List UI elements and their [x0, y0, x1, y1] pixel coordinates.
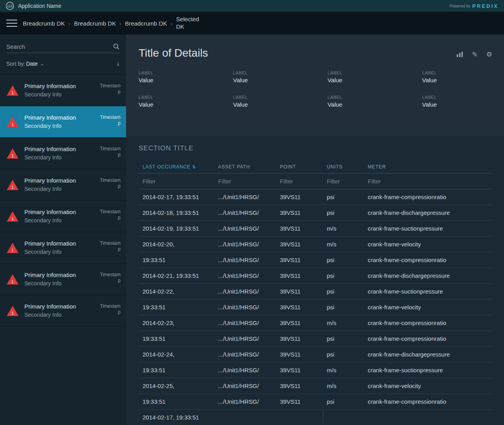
table-row[interactable]: 2014-02-24, .../Unit1/HRSG/ 39VS11 psi c…	[139, 347, 492, 362]
filter-input-point[interactable]	[280, 178, 319, 185]
list-item[interactable]: 1 Primary Information Secondary Info Tim…	[0, 138, 126, 169]
alert-count-badge: 1	[11, 280, 14, 284]
item-text: Primary Information Secondary Info	[24, 208, 98, 224]
table-row[interactable]: 2014-02-18, 19:33:51 .../Unit1/HRSG/ 39V…	[139, 205, 492, 221]
item-text: Primary Information Secondary Info	[24, 271, 98, 287]
table-row[interactable]: 2014-02-23, .../Unit1/HRSG/ 39VS11 m/s c…	[139, 315, 492, 331]
table-filter-row	[139, 174, 492, 189]
item-timestamp: Timestamp	[98, 272, 120, 284]
field-value: Value	[139, 101, 233, 108]
cell-units: psi	[323, 268, 364, 284]
table-row[interactable]: 19:33:51 .../Unit1/HRSG/ 39VS11 psi cran…	[139, 299, 492, 315]
search-input[interactable]	[6, 43, 113, 50]
sort-direction-icon[interactable]: ↓	[117, 60, 120, 68]
filter-input-last-occurance[interactable]	[143, 178, 210, 185]
column-header-last-occurance[interactable]: LAST OCCURANCE⇅	[139, 162, 214, 174]
details-fields: LABEL Value LABEL Value LABEL Value LABE…	[139, 70, 492, 108]
cell-point: 39VS11	[276, 331, 323, 347]
table-row-partial[interactable]: 2014-02-17, 19:33:51	[139, 410, 492, 425]
bar-chart-icon[interactable]	[456, 52, 463, 57]
detail-field: LABEL Value	[233, 70, 328, 84]
cell-units: m/s	[323, 237, 364, 252]
sort-value[interactable]: Date	[26, 61, 38, 67]
column-header-point[interactable]: POINT	[276, 162, 323, 174]
cell-point: 39VS11	[276, 268, 323, 284]
list-item[interactable]: 1 Primary Information Secondary Info Tim…	[0, 232, 126, 264]
list-item[interactable]: 1 Primary Information Secondary Info Tim…	[0, 169, 126, 201]
chevron-down-icon[interactable]: ⌄	[40, 61, 44, 67]
cell-meter: crank-frame-suctionpressure	[364, 284, 492, 299]
alert-count-badge: 1	[11, 154, 14, 158]
breadcrumb-link[interactable]: Breadcrumb DK	[23, 20, 65, 27]
cell-meter: crank-frame-compressionratio	[364, 394, 492, 410]
table-row[interactable]: 19:33:51 .../Unit1/HRSG/ 39VS11 psi cran…	[139, 331, 492, 347]
list-item[interactable]: 1 Primary Information Secondary Info Tim…	[0, 295, 126, 327]
table-row[interactable]: 19:33:51 .../Unit1/HRSG/ 39VS11 m/s cran…	[139, 362, 492, 378]
search-icon[interactable]	[113, 43, 120, 50]
edit-pencil-icon[interactable]: ✎	[472, 50, 478, 59]
cell-asset-path: .../Unit1/HRSG/	[214, 268, 276, 284]
item-text: Primary Information Secondary Info	[24, 177, 98, 193]
column-header-meter[interactable]: METER	[364, 162, 492, 174]
sort-by-label: Sort by:	[6, 61, 25, 67]
table-row[interactable]: 2014-02-20, .../Unit1/HRSG/ 39VS11 m/s c…	[139, 237, 492, 252]
list-item[interactable]: 1 Primary Information Secondary Info Tim…	[0, 264, 126, 295]
cell-point	[276, 410, 323, 425]
table-row[interactable]: 2014-02-25, .../Unit1/HRSG/ 39VS11 m/s c…	[139, 378, 492, 394]
item-timestamp: Timestamp	[98, 209, 120, 221]
cell-units: m/s	[323, 362, 364, 378]
cell-meter: crank-frame-compressionratio	[364, 252, 492, 268]
column-header-units[interactable]: UNITS	[323, 162, 364, 174]
filter-input-asset-path[interactable]	[218, 178, 272, 185]
cell-meter: crank-frame-dischargepressure	[364, 347, 492, 362]
main-panel: Title of Details ✎ ⚙ LABEL	[126, 35, 504, 425]
field-value: Value	[328, 101, 422, 108]
list-item[interactable]: 1 Primary Information Secondary Info Tim…	[0, 106, 126, 138]
breadcrumb-item: Breadcrumb DK ›	[125, 20, 172, 27]
filter-input-units[interactable]	[327, 178, 360, 185]
item-primary-text: Primary Information	[24, 145, 98, 153]
cell-point: 39VS11	[276, 237, 323, 252]
cell-last-occurance: 2014-02-18, 19:33:51	[139, 205, 214, 221]
cell-asset-path: .../Unit1/HRSG/	[214, 315, 276, 331]
breadcrumb-item: Breadcrumb DK ›	[23, 20, 70, 27]
cell-last-occurance: 2014-02-25,	[139, 378, 214, 394]
cell-point: 39VS11	[276, 205, 323, 221]
breadcrumb-selected: Selected DK	[176, 16, 201, 31]
cell-meter: crank-frame-suctionpressure	[364, 221, 492, 237]
table-row[interactable]: 19:33:51 .../Unit1/HRSG/ 39VS11 psi cran…	[139, 252, 492, 268]
breadcrumb-link[interactable]: Breadcrumb DK	[125, 20, 167, 27]
detail-field: LABEL Value	[139, 70, 233, 84]
cell-units: psi	[323, 205, 364, 221]
svg-text:GE: GE	[7, 4, 13, 8]
cell-units: psi	[323, 189, 364, 205]
app-root: GE Application Name Powered by PREDIX Br…	[0, 0, 504, 425]
list-item[interactable]: 1 Primary Information Secondary Info Tim…	[0, 201, 126, 232]
table-row[interactable]: 2014-02-22, .../Unit1/HRSG/ 39VS11 psi c…	[139, 284, 492, 299]
breadcrumb-separator-icon: ›	[69, 20, 70, 27]
table-row[interactable]: 2014-02-17, 19:33:51 .../Unit1/HRSG/ 39V…	[139, 189, 492, 205]
table-row[interactable]: 19:33:51 .../Unit1/HRSG/ 39VS11 psi cran…	[139, 394, 492, 410]
list-item[interactable]: 1 Primary Information Secondary Info Tim…	[0, 75, 126, 106]
column-header-asset-path[interactable]: ASSET PATH	[214, 162, 276, 174]
item-primary-text: Primary Information	[24, 114, 98, 122]
alert-count-badge: 1	[11, 311, 14, 316]
details-panel: Title of Details ✎ ⚙ LABEL	[126, 35, 504, 136]
cell-asset-path: .../Unit1/HRSG/	[214, 299, 276, 315]
alert-triangle-icon: 1	[6, 305, 19, 316]
cell-asset-path: .../Unit1/HRSG/	[214, 394, 276, 410]
alert-triangle-icon: 1	[6, 85, 19, 96]
topbar: GE Application Name Powered by PREDIX	[0, 0, 504, 12]
breadcrumb-link[interactable]: Breadcrumb DK	[74, 20, 116, 27]
filter-input-meter[interactable]	[368, 178, 488, 185]
gear-icon[interactable]: ⚙	[486, 50, 492, 59]
page-title: Title of Details	[139, 46, 492, 60]
sidebar: Sort by: Date ⌄ ↓ 1 Primary Information …	[0, 35, 126, 425]
cell-units: psi	[323, 299, 364, 315]
cell-last-occurance: 2014-02-17, 19:33:51	[139, 189, 214, 205]
cell-point: 39VS11	[276, 347, 323, 362]
table-row[interactable]: 2014-02-19, 19:33:51 .../Unit1/HRSG/ 39V…	[139, 221, 492, 237]
table-row[interactable]: 2014-02-21, 19:33:51 .../Unit1/HRSG/ 39V…	[139, 268, 492, 284]
content: Sort by: Date ⌄ ↓ 1 Primary Information …	[0, 35, 504, 425]
menu-icon[interactable]	[6, 20, 17, 27]
